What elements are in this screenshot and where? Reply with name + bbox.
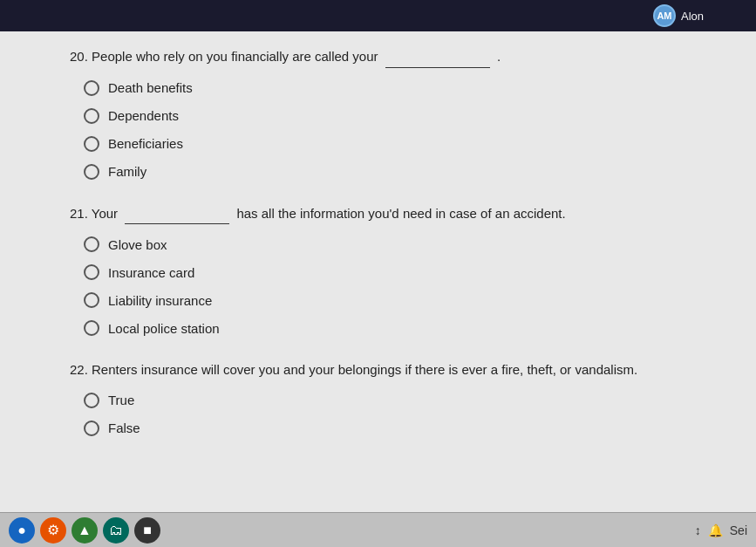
right-label: Sei	[730, 523, 747, 537]
q20-option-c-radio[interactable]	[84, 136, 99, 152]
question-21-suffix: has all the information you'd need in ca…	[236, 206, 565, 221]
alert-icon[interactable]: ▲	[72, 517, 98, 544]
taskbar: ● ⚙ ▲ 🗂 ■ ↕ 🔔 Sei	[0, 512, 756, 547]
am-label: Alon	[681, 10, 704, 23]
option-row: Liability insurance	[70, 292, 686, 308]
q21-option-c-radio[interactable]	[84, 292, 99, 308]
question-21-blank	[125, 204, 229, 225]
am-icon: AM	[653, 4, 676, 27]
option-row: Glove box	[70, 236, 686, 252]
content-area: 20. People who rely on you financially a…	[0, 31, 756, 512]
q21-option-a-label: Glove box	[108, 237, 167, 252]
q20-option-b-label: Dependents	[108, 108, 179, 123]
question-21-number: 21.	[70, 206, 92, 221]
option-row: Family	[70, 164, 686, 180]
q21-option-d-radio[interactable]	[84, 320, 99, 336]
question-22-prefix: Renters insurance will cover you and you…	[92, 362, 637, 377]
question-20-number: 20.	[70, 49, 92, 64]
q22-option-b-label: False	[108, 421, 140, 435]
question-20-blank	[385, 47, 490, 68]
q20-option-a-radio[interactable]	[84, 80, 99, 96]
option-row: Local police station	[70, 320, 686, 336]
q20-option-d-label: Family	[108, 164, 146, 179]
bell-icon: 🔔	[708, 523, 723, 537]
option-row: Insurance card	[70, 264, 686, 280]
question-20-suffix: .	[497, 49, 501, 64]
question-22-text: 22. Renters insurance will cover you and…	[70, 360, 686, 380]
q22-option-b-radio[interactable]	[84, 421, 99, 436]
chrome-icon[interactable]: ●	[9, 517, 35, 544]
top-bar: AM Alon	[0, 0, 756, 31]
q20-option-a-label: Death benefits	[108, 80, 193, 95]
q21-option-b-label: Insurance card	[108, 265, 194, 280]
question-21-block: 21. Your has all the information you'd n…	[70, 204, 686, 337]
taskbar-left: ● ⚙ ▲ 🗂 ■	[9, 517, 160, 544]
q20-option-c-label: Beneficiaries	[108, 136, 183, 151]
q22-option-a-radio[interactable]	[84, 393, 99, 408]
q21-option-d-label: Local police station	[108, 321, 220, 336]
q21-option-a-radio[interactable]	[84, 236, 99, 252]
option-row: Dependents	[70, 108, 686, 124]
option-row: False	[70, 421, 686, 436]
question-20-text: 20. People who rely on you financially a…	[70, 47, 686, 68]
search-icon[interactable]: ⚙	[40, 517, 66, 544]
q21-option-b-radio[interactable]	[84, 264, 99, 280]
question-22-block: 22. Renters insurance will cover you and…	[70, 360, 686, 436]
taskbar-right: ↕ 🔔 Sei	[695, 523, 747, 537]
q21-option-c-label: Liability insurance	[108, 293, 212, 308]
question-20-prefix: People who rely on you financially are c…	[92, 49, 378, 64]
am-badge: AM Alon	[653, 4, 704, 27]
question-22-number: 22.	[70, 362, 92, 377]
question-21-text: 21. Your has all the information you'd n…	[70, 204, 686, 225]
option-row: Death benefits	[70, 80, 686, 96]
option-row: True	[70, 393, 686, 408]
q20-option-b-radio[interactable]	[84, 108, 99, 124]
question-20-block: 20. People who rely on you financially a…	[70, 47, 686, 180]
folder-icon[interactable]: 🗂	[103, 517, 129, 544]
q20-option-d-radio[interactable]	[84, 164, 99, 180]
option-row: Beneficiaries	[70, 136, 686, 152]
sort-icon: ↕	[695, 523, 701, 537]
question-21-prefix: Your	[92, 206, 118, 221]
app-icon[interactable]: ■	[134, 517, 160, 544]
q22-option-a-label: True	[108, 393, 134, 407]
